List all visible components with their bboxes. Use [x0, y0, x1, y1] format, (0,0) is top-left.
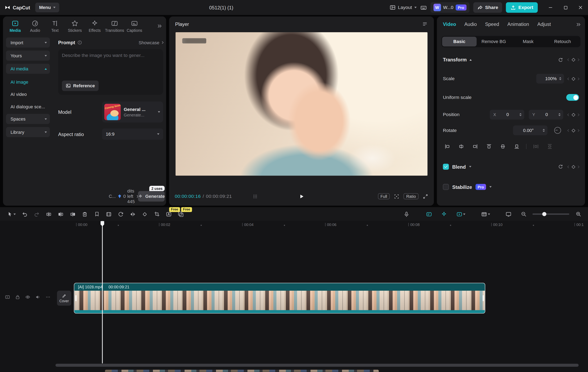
zoom-out-button[interactable] [518, 209, 530, 219]
credits-info[interactable]: C... 0 dits left 445 [109, 189, 138, 204]
align-center-horizontal-button[interactable] [457, 142, 466, 151]
tab-stickers[interactable]: Stickers [65, 20, 85, 32]
keyframe-diamond-icon[interactable] [571, 113, 575, 116]
rotate-button[interactable] [139, 209, 151, 219]
timeline-zoom-slider[interactable] [533, 210, 569, 218]
stabilize-checkbox[interactable] [443, 184, 449, 190]
subtab-remove-bg[interactable]: Remove BG [476, 37, 511, 47]
blend-keyframe-controls[interactable] [567, 165, 579, 168]
preview-quality-button[interactable] [503, 209, 514, 219]
keyframe-diamond-icon[interactable] [571, 165, 575, 169]
align-right-button[interactable] [471, 142, 480, 151]
distribute-vertical-button[interactable] [545, 142, 554, 151]
fullscreen-button[interactable] [423, 193, 428, 199]
next-keyframe-icon[interactable] [577, 58, 579, 61]
generate-button[interactable]: Generate 2 uses [138, 191, 165, 201]
sidebar-item-ai-dialogue[interactable]: AI dialogue sce... [6, 101, 50, 112]
zoom-in-button[interactable] [572, 209, 584, 219]
select-tool-button[interactable] [4, 209, 19, 219]
prev-keyframe-icon[interactable] [567, 58, 570, 61]
video-preview[interactable] [176, 32, 428, 176]
maximize-button[interactable] [558, 0, 573, 15]
tab-text[interactable]: Text [45, 20, 65, 32]
sidebar-item-library[interactable]: Library [6, 127, 50, 137]
full-preview-button[interactable]: Full [378, 193, 390, 199]
subtab-basic[interactable]: Basic [442, 37, 477, 47]
tab-animation[interactable]: Animation [507, 21, 529, 27]
mirror-button[interactable] [127, 209, 139, 219]
delete-button[interactable] [79, 209, 91, 219]
ratio-button[interactable]: Ratio [404, 193, 419, 199]
split-button[interactable] [43, 209, 55, 219]
layout-button[interactable]: Layout [390, 4, 417, 10]
next-keyframe-icon[interactable] [577, 113, 579, 116]
mute-track-button[interactable] [35, 294, 41, 300]
rotate-input[interactable]: 0.00° [513, 125, 547, 135]
play-button[interactable] [299, 193, 304, 199]
tab-audio[interactable]: Audio [25, 20, 45, 32]
timeline-scrollbar[interactable] [55, 364, 579, 367]
subtab-mask[interactable]: Mask [511, 37, 546, 47]
shortcuts-button[interactable] [420, 4, 427, 10]
reverse-button[interactable] [115, 209, 127, 219]
sidebar-item-yours[interactable]: Yours [6, 50, 50, 61]
align-bottom-button[interactable] [512, 142, 521, 151]
freeze-frame-button[interactable] [103, 209, 115, 219]
voiceover-button[interactable] [400, 209, 413, 219]
track-options-button[interactable] [478, 209, 494, 219]
ai-enhance-button[interactable] [438, 209, 450, 219]
position-keyframe-controls[interactable] [567, 113, 579, 116]
aspect-ratio-select[interactable]: 16:9 [102, 129, 163, 140]
model-select[interactable]: Coming Soon! General ... Generate... [102, 101, 163, 122]
track-more-button[interactable] [45, 294, 51, 300]
time-ruler[interactable]: 00:00 00:02 00:04 00:06 00:08 00:10 00:1 [0, 221, 588, 229]
rotate-dial[interactable] [554, 127, 561, 134]
account-chip[interactable]: W W...0 Pro [430, 2, 469, 13]
hide-track-button[interactable] [25, 294, 31, 300]
close-button[interactable] [573, 0, 588, 15]
reset-transform-button[interactable] [558, 57, 563, 62]
scale-stepper[interactable] [559, 77, 561, 80]
tab-adjust[interactable]: Adjust [537, 21, 551, 27]
focus-button[interactable] [394, 193, 399, 199]
rotate-keyframe-controls[interactable] [567, 129, 579, 131]
prev-keyframe-icon[interactable] [567, 129, 570, 132]
subtab-retouch[interactable]: Retouch [545, 37, 580, 47]
preview-grid-button[interactable] [253, 194, 258, 199]
reference-button[interactable]: Reference [62, 80, 99, 91]
playhead[interactable] [102, 221, 103, 363]
marker-button[interactable] [91, 209, 103, 219]
remove-background-button[interactable]: Free [163, 209, 175, 219]
sidebar-item-ai-media[interactable]: AI media [6, 64, 50, 74]
crop-button[interactable] [151, 209, 163, 219]
transform-section-header[interactable]: Transform [443, 57, 579, 63]
tab-audio-props[interactable]: Audio [464, 21, 477, 27]
y-stepper[interactable] [558, 113, 560, 116]
transform-keyframe-controls[interactable] [567, 59, 579, 61]
keyframe-diamond-icon[interactable] [571, 129, 575, 132]
position-y-input[interactable]: Y 0 [529, 110, 563, 120]
tab-effects[interactable]: Effects [85, 20, 105, 32]
scale-keyframe-controls[interactable] [567, 78, 579, 80]
distribute-horizontal-button[interactable] [531, 142, 540, 151]
expand-properties-button[interactable] [576, 22, 581, 28]
smart-tools-button[interactable] [453, 209, 469, 219]
zoom-slider-handle[interactable] [542, 212, 546, 216]
sidebar-item-ai-image[interactable]: AI image [6, 77, 50, 87]
x-stepper[interactable] [519, 113, 521, 116]
track-thumbnail-toggle[interactable] [5, 294, 10, 300]
export-button[interactable]: Export [506, 2, 537, 13]
minimize-button[interactable] [543, 0, 558, 15]
video-clip[interactable]: [AI] 1028.mp4 00:00:09:21 [74, 283, 485, 313]
prompt-input[interactable] [58, 49, 163, 75]
align-center-vertical-button[interactable] [498, 142, 507, 151]
align-left-button[interactable] [443, 142, 452, 151]
edit-cover-button[interactable]: Cover [57, 291, 71, 305]
expand-media-panel-button[interactable] [157, 23, 163, 29]
showcase-link[interactable]: Showcase [139, 40, 163, 45]
keyframe-diamond-icon[interactable] [571, 77, 575, 80]
auto-captions-button[interactable] [423, 209, 435, 219]
prev-keyframe-icon[interactable] [567, 113, 570, 116]
menu-button[interactable]: Menu [35, 3, 59, 12]
sidebar-item-import[interactable]: Import [6, 38, 50, 48]
